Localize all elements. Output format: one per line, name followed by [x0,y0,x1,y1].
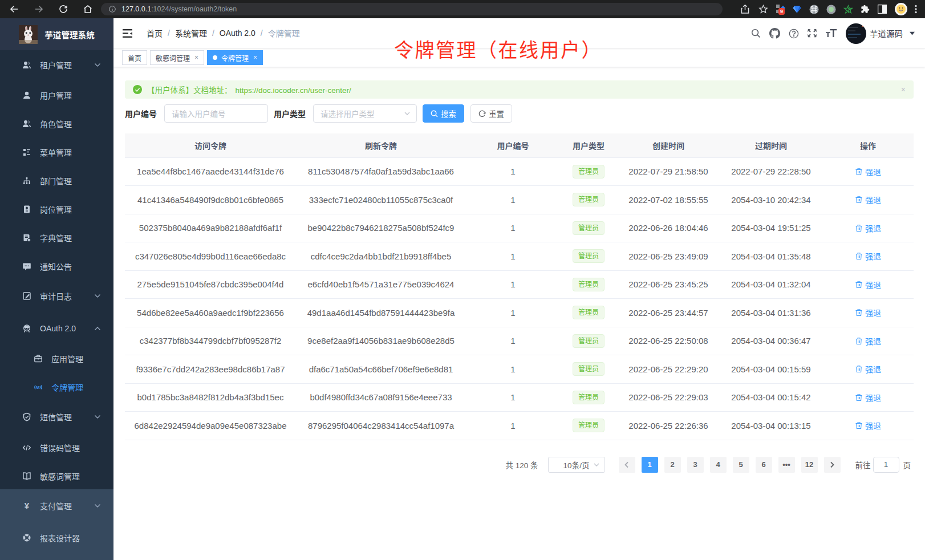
svg-text:A: A [37,385,40,389]
svg-text:¥: ¥ [25,501,30,510]
